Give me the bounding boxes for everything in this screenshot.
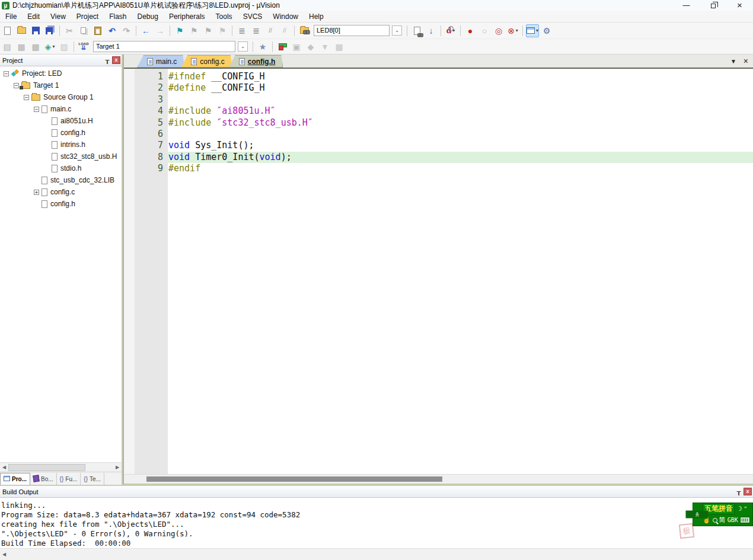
tree-expander-icon[interactable]: −: [24, 95, 29, 100]
save-all-icon[interactable]: [43, 24, 56, 37]
ime-moon-icon[interactable]: ☽: [736, 505, 742, 513]
panel-tab-books[interactable]: Bo...: [30, 473, 57, 485]
mesh-icon[interactable]: ▦: [333, 40, 346, 53]
editor-tab-config-h[interactable]: config.h: [229, 55, 283, 68]
menu-project[interactable]: Project: [71, 11, 104, 23]
tree-item-main-c[interactable]: −main.c: [0, 103, 122, 115]
stop-build-icon[interactable]: ▨: [58, 40, 71, 53]
find-in-files2-icon[interactable]: [410, 24, 423, 37]
menu-peripherals[interactable]: Peripherals: [164, 11, 210, 23]
tree-expander-icon[interactable]: +: [34, 190, 39, 195]
panel-tab-functions[interactable]: {}Fu...: [57, 473, 81, 485]
editor-hscrollbar[interactable]: [124, 474, 753, 484]
tree-expander-icon[interactable]: −: [34, 107, 39, 112]
minimize-button[interactable]: —: [673, 0, 700, 11]
tab-list-dropdown-icon[interactable]: ▼: [730, 58, 736, 65]
menu-svcs[interactable]: SVCS: [238, 11, 268, 23]
target-select-combo-dropdown-icon[interactable]: ⌄: [238, 41, 248, 52]
tree-item-target-1[interactable]: −Target 1: [0, 79, 122, 91]
tree-item-source-group-1[interactable]: −Source Group 1: [0, 91, 122, 103]
indent-icon[interactable]: ≣: [250, 24, 263, 37]
menu-edit[interactable]: Edit: [22, 11, 45, 23]
kill-all-breakpoints-icon-dropdown[interactable]: ▾: [516, 28, 518, 33]
prev-bookmark-icon[interactable]: ⚑: [187, 24, 200, 37]
tree-expander-icon[interactable]: −: [4, 71, 9, 76]
bookmark-icon[interactable]: ⚑: [173, 24, 186, 37]
project-panel-close-icon[interactable]: x: [112, 56, 120, 64]
restore-button[interactable]: [700, 0, 726, 11]
editor-close-icon[interactable]: ×: [744, 56, 748, 66]
editor-tab-main-c[interactable]: main.c: [137, 55, 184, 68]
wrench-icon[interactable]: ⚙: [540, 24, 553, 37]
tree-expander-icon[interactable]: −: [14, 83, 19, 88]
disable-breakpoint-icon[interactable]: ○: [478, 24, 491, 37]
paste-icon[interactable]: [91, 24, 104, 37]
scroll-right-icon[interactable]: ▶: [113, 465, 122, 470]
pin-icon[interactable]: ┰: [103, 56, 112, 64]
target-options-icon[interactable]: ★: [256, 40, 269, 53]
translate-icon[interactable]: ▤: [1, 40, 14, 53]
forward-icon[interactable]: →: [154, 24, 167, 37]
flash-diamond-icon[interactable]: ◆: [304, 40, 317, 53]
menu-flash[interactable]: Flash: [104, 11, 132, 23]
menu-help[interactable]: Help: [304, 11, 329, 23]
filter-icon[interactable]: ▼: [318, 40, 331, 53]
scroll-left-icon[interactable]: ◀: [0, 465, 8, 470]
build-icon[interactable]: ▦: [15, 40, 28, 53]
ime-punct-icon[interactable]: ’’: [744, 505, 747, 513]
panel-tab-templates[interactable]: {}Te...: [81, 473, 104, 485]
lookup-reference-icon[interactable]: d▾: [444, 24, 457, 37]
menu-window[interactable]: Window: [267, 11, 304, 23]
tree-item-project-led[interactable]: −Project: LED: [0, 68, 122, 79]
scroll-left-icon[interactable]: ◀: [0, 552, 8, 557]
manage-rte-icon[interactable]: [276, 40, 289, 53]
clear-bookmarks-icon[interactable]: ⚑: [216, 24, 229, 37]
editor-hscroll-thumb[interactable]: [146, 476, 442, 482]
find-in-files-icon[interactable]: [298, 24, 311, 37]
tree-item-config-h-1[interactable]: −config.h: [0, 127, 122, 139]
cut-icon[interactable]: ✂: [63, 24, 76, 37]
tree-item-stdio-h[interactable]: −stdio.h: [0, 162, 122, 174]
menu-view[interactable]: View: [45, 11, 71, 23]
kill-all-breakpoints-icon[interactable]: ⊗▾: [506, 24, 519, 37]
window-layout-icon[interactable]: ▾: [526, 24, 539, 37]
copy-icon[interactable]: [77, 24, 90, 37]
incremental-find-icon[interactable]: ↓: [425, 24, 438, 37]
ime-encoding-label[interactable]: GBK: [728, 517, 738, 523]
tree-item-ai8051u-h[interactable]: −ai8051u.H: [0, 115, 122, 127]
batch-build-icon-dropdown[interactable]: ▾: [52, 44, 55, 49]
window-layout-icon-dropdown[interactable]: ▾: [536, 28, 538, 33]
next-bookmark-icon[interactable]: ⚑: [202, 24, 215, 37]
insert-breakpoint-icon[interactable]: ●: [464, 24, 477, 37]
code-editor[interactable]: 1#ifndef __CONFIG_H2#define __CONFIG_H34…: [124, 69, 753, 474]
tree-item-stc-usb-cdc-32-lib[interactable]: −stc_usb_cdc_32.LIB: [0, 174, 122, 186]
uncomment-icon[interactable]: //: [278, 24, 291, 37]
rebuild-icon[interactable]: ▩: [29, 40, 42, 53]
pin-icon[interactable]: ┰: [734, 488, 744, 495]
batch-build-icon[interactable]: ◈▾: [43, 40, 56, 53]
download-icon[interactable]: LOAD⇊: [77, 40, 90, 53]
search-combo-input[interactable]: LED8[0]: [314, 25, 390, 36]
new-file-icon[interactable]: [1, 24, 14, 37]
tree-item-stc32-stc8-usb-h[interactable]: −stc32_stc8_usb.H: [0, 151, 122, 162]
undo-icon[interactable]: ↶: [106, 24, 119, 37]
tree-item-intrins-h[interactable]: −intrins.h: [0, 139, 122, 151]
panel-tab-project[interactable]: Pro...: [0, 473, 30, 485]
target-select-combo-input[interactable]: Target 1: [93, 41, 235, 52]
scroll-thumb[interactable]: [8, 464, 85, 471]
tree-item-config-c[interactable]: +config.c: [0, 186, 122, 198]
open-file-icon[interactable]: [15, 24, 28, 37]
back-icon[interactable]: ←: [139, 24, 152, 37]
build-output-close-icon[interactable]: x: [744, 488, 752, 495]
build-output-hscrollbar[interactable]: ◀: [0, 548, 753, 560]
ime-keyboard-icon[interactable]: [740, 517, 750, 523]
editor-tab-config-c[interactable]: config.c: [181, 55, 232, 68]
windows-stack-icon[interactable]: ▣: [290, 40, 303, 53]
ime-mode-label[interactable]: 简: [719, 516, 726, 524]
unindent-icon[interactable]: ≣: [235, 24, 248, 37]
menu-debug[interactable]: Debug: [132, 11, 164, 23]
tree-item-config-h-2[interactable]: −config.h: [0, 198, 122, 210]
save-icon[interactable]: [29, 24, 42, 37]
redo-icon[interactable]: ↷: [120, 24, 133, 37]
project-panel-hscrollbar[interactable]: ◀ ▶: [0, 462, 122, 472]
